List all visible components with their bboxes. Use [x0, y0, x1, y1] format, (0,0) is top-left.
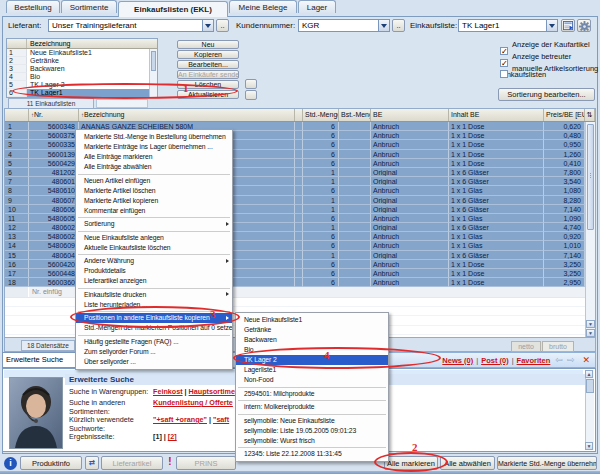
list-item[interactable]: 4Bio [7, 73, 157, 81]
list-hscrollbar[interactable] [96, 99, 148, 108]
context-menu-item[interactable]: sellymobile: Wurst frisch [236, 436, 388, 446]
context-menu-item[interactable]: sellymobile: Liste 19.05.2005 09:01:23 [236, 426, 388, 436]
context-menu-item[interactable]: Neuen Artikel einfügen [76, 176, 232, 186]
netto-toggle[interactable]: netto [511, 341, 541, 352]
context-menu-item[interactable]: sellymobile: Neue Einkaufsliste [236, 416, 388, 426]
search-link[interactable]: [2] [168, 432, 177, 441]
menu-separator [78, 254, 230, 255]
option-label: manuelle Artikelsortierung [512, 64, 598, 73]
list-item[interactable]: 2Getränke [7, 57, 157, 65]
list-button-bearbeiten-[interactable]: Bearbeiten... [177, 60, 239, 69]
context-menu-item[interactable]: intern: Molkereiprodukte [236, 402, 388, 412]
header-bst-menge[interactable]: Bst.-Menge [339, 109, 371, 121]
context-menu-item[interactable]: Markierte Std.-Menge in Bestellung übern… [76, 132, 232, 142]
search-link[interactable]: "+saft +orange" [153, 415, 207, 424]
move-down-button[interactable] [245, 90, 257, 100]
kundennummer-combo[interactable]: KGR [298, 19, 390, 32]
produktinfo-button[interactable]: Produktinfo [20, 456, 82, 470]
header-preis[interactable]: Preis/BE [EUR] [544, 109, 585, 121]
search-text: [1] [153, 432, 162, 441]
alle-abwaehlen-button[interactable]: Alle abwählen [440, 456, 495, 470]
context-menu-item[interactable]: 12345: Liste 22.12.2008 11:31:45 [236, 449, 388, 459]
context-menu-item[interactable]: Produktdetails [76, 266, 232, 276]
context-menu-item[interactable]: Aktuelle Einkaufsliste löschen [76, 243, 232, 253]
lieferant-value: Unser Trainingslieferant [52, 21, 136, 30]
table-header-row[interactable]: ↑Nr. ↑Bezeichnung Std.-Menge Bst.-Menge … [5, 109, 595, 122]
search-link[interactable]: "saft [213, 415, 229, 424]
context-menu-item[interactable]: Non-Food [236, 375, 388, 385]
tab-einkaufslisten[interactable]: Einkaufslisten (EKL) [118, 1, 228, 17]
prins-button[interactable]: PRINS [176, 456, 236, 470]
chevron-down-icon[interactable] [378, 20, 389, 31]
context-menu-item[interactable]: Häufig gestellte Fragen (FAQ) ... [76, 337, 232, 347]
context-menu-item[interactable]: Lieferartikel anzeigen [76, 276, 232, 286]
header-be[interactable]: BE [371, 109, 449, 121]
forward-icon[interactable]: ⇨ [567, 355, 575, 365]
list-item[interactable]: 1Neue Einkaufsliste1 [7, 49, 157, 57]
list-corner [7, 39, 27, 48]
news-link[interactable]: News (0) [442, 356, 473, 365]
context-menu-item[interactable]: Backwaren [236, 335, 388, 345]
lieferartikel-button[interactable]: Lieferartikel [101, 456, 163, 470]
header-nr[interactable]: ↑Nr. [29, 109, 79, 121]
gear-icon[interactable] [577, 19, 591, 32]
move-up-button[interactable] [245, 79, 257, 89]
context-menu-item[interactable]: Markierte Einträge ins Lager übernehmen … [76, 142, 232, 152]
context-menu-item[interactable]: 2594501: Milchprodukte [236, 389, 388, 399]
header-inhalt-be[interactable]: Inhalt BE [449, 109, 544, 121]
scroll-down-icon[interactable]: ▼ [586, 320, 595, 328]
header-std-menge[interactable]: Std.-Menge [303, 109, 339, 121]
news-link[interactable]: Post (0) [481, 356, 509, 365]
back-icon[interactable]: ⇦ [555, 355, 563, 365]
context-menu-item[interactable]: Andere Währung [76, 256, 232, 266]
annotation-ellipse-4 [233, 347, 441, 369]
scroll-up-icon[interactable]: ▲ [585, 370, 593, 378]
column-chooser-icon[interactable]: ⇅ [585, 109, 595, 121]
context-menu-item[interactable]: Markierte Artikel kopieren [76, 196, 232, 206]
panel-scrollbar[interactable]: ▲ ▼ [585, 370, 594, 450]
tab-meine-belege[interactable]: Meine Belege [229, 0, 297, 13]
record-count-label: 18 Datensätze [21, 340, 75, 351]
list-button-kopieren[interactable]: Kopieren [177, 50, 239, 59]
context-menu-item[interactable]: Zum sellyorder Forum ... [76, 347, 232, 357]
kundennummer-more-button[interactable]: .. [392, 19, 405, 32]
context-menu-item[interactable]: Über sellyorder ... [76, 357, 232, 367]
chevron-down-icon[interactable] [546, 20, 557, 31]
header-bezeichnung[interactable]: ↑Bezeichnung [79, 109, 295, 121]
scroll-down-icon[interactable]: ▼ [585, 442, 593, 450]
context-menu-item[interactable]: Alle Einträge abwählen [76, 162, 232, 172]
table-scrollbar[interactable]: ▼ ▼ [585, 122, 595, 337]
einkaufsliste-combo[interactable]: TK Lager1 [458, 19, 558, 32]
scroll-down-icon[interactable]: ▼ [586, 329, 595, 337]
search-link[interactable]: Feinkost [153, 387, 183, 396]
list-button-neu[interactable]: Neu [177, 40, 239, 49]
list-column-header[interactable]: Bezeichnung [27, 39, 157, 48]
std-menge-uebernehmen-button[interactable]: Markierte Std.-Menge übernehmen [497, 456, 597, 470]
sortierung-bearbeiten-button[interactable]: Sortierung bearbeiten... [498, 88, 595, 101]
context-menu-item[interactable]: Neue Einkaufsliste1 [236, 315, 388, 325]
search-link[interactable]: Kundenlistung / Offerte [153, 398, 233, 407]
tab-bestellung[interactable]: Bestellung [6, 0, 60, 13]
lieferant-combo[interactable]: Unser Trainingslieferant [48, 19, 214, 32]
new-list-icon[interactable] [561, 19, 575, 32]
list-button-an-eink-ufer-senden-[interactable]: An Einkäufer senden... [177, 70, 239, 79]
context-menu-item[interactable]: Getränke [236, 325, 388, 335]
option-row-3[interactable]: manuelle Artikelsortierung [500, 64, 598, 82]
search-link[interactable]: Hauptsortime [189, 387, 235, 396]
tab-lager[interactable]: Lager [298, 0, 336, 13]
news-link[interactable]: Favoriten [517, 356, 551, 365]
sync-icon[interactable]: ⇄ [85, 456, 99, 470]
tab-sortimente[interactable]: Sortimente [61, 0, 117, 13]
context-menu-item[interactable]: Sortierung [76, 219, 232, 229]
context-menu-item[interactable]: Kommentar einfügen [76, 206, 232, 216]
context-menu-item[interactable]: Einkaufsliste drucken [76, 290, 232, 300]
list-item[interactable]: 3Backwaren [7, 65, 157, 73]
context-menu-item[interactable]: Markierte Artikel löschen [76, 186, 232, 196]
context-menu-item[interactable]: Neue Einkaufsliste anlegen [76, 233, 232, 243]
brutto-toggle[interactable]: brutto [542, 341, 574, 352]
close-icon[interactable]: ✕ [582, 355, 590, 365]
checkbox-manuelle-sortierung[interactable] [500, 70, 508, 78]
lieferant-more-button[interactable]: .. [216, 19, 229, 32]
context-menu-item[interactable]: Alle Einträge markieren [76, 152, 232, 162]
chevron-down-icon[interactable] [202, 20, 213, 31]
